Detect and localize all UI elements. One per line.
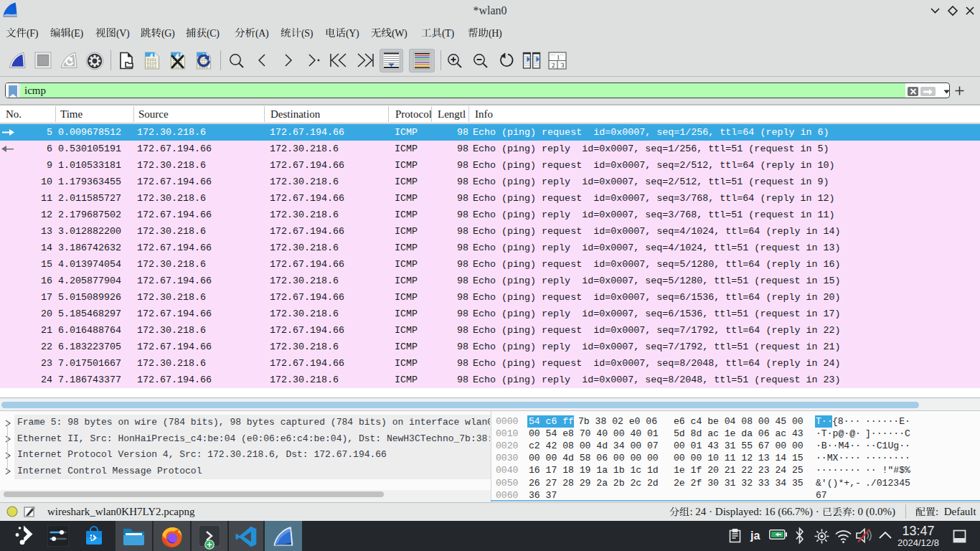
svg-text:2: 2 [552,62,555,69]
svg-text:3: 3 [561,62,564,69]
svg-text:0111: 0111 [147,65,157,70]
svg-text:1: 1 [557,54,560,61]
